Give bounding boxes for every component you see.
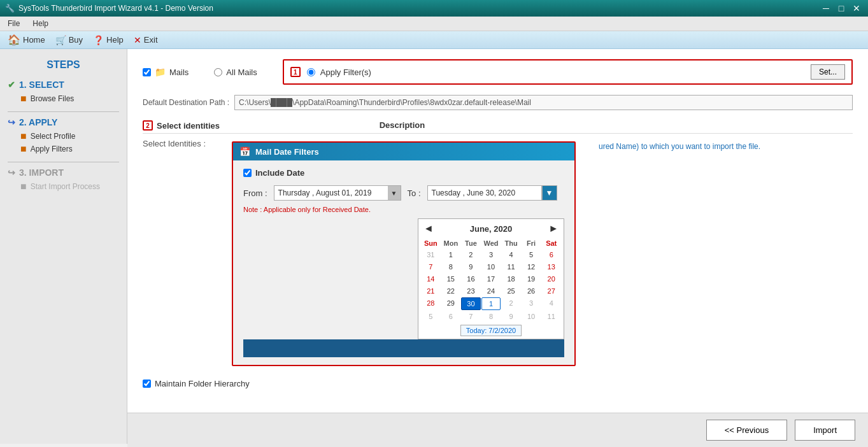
calendar-next-icon[interactable]: ► <box>548 223 559 234</box>
calendar-day[interactable]: 16 <box>461 273 481 285</box>
close-button[interactable]: ✕ <box>850 3 863 14</box>
dialog-title: Mail Date Filters <box>255 147 319 157</box>
calendar-day[interactable]: 1 <box>481 297 501 310</box>
calendar-day[interactable]: 9 <box>501 311 521 322</box>
toolbar-exit[interactable]: ✕ Exit <box>134 35 158 45</box>
calendar-day[interactable]: 11 <box>501 261 521 273</box>
exit-label: Exit <box>144 35 158 45</box>
calendar-day[interactable]: 5 <box>522 249 541 260</box>
to-label: To : <box>408 188 421 198</box>
mails-label: Mails <box>169 67 189 77</box>
from-date-value: Thursday , August 01, 2019 <box>278 188 372 197</box>
bullet-icon: ■ <box>20 94 27 104</box>
calendar-day[interactable]: 1 <box>441 249 461 260</box>
calendar-day[interactable]: 18 <box>501 273 521 285</box>
calendar-day[interactable]: 31 <box>421 249 441 260</box>
calendar-month-label: June, 2020 <box>470 224 513 234</box>
sidebar-item-select-profile[interactable]: ■ Select Profile <box>8 130 119 143</box>
bullet-icon-3: ■ <box>20 144 27 154</box>
path-label: Default Destination Path : <box>143 98 229 107</box>
note-text: Note : Applicable only for Received Date… <box>243 206 564 213</box>
maintain-folder-label: Maintain Folder Hierarchy <box>155 379 250 388</box>
calendar-day[interactable]: 24 <box>481 285 501 297</box>
calendar-day[interactable]: 6 <box>441 311 461 322</box>
calendar-day[interactable]: 27 <box>541 285 561 297</box>
calendar-day[interactable]: 4 <box>501 249 521 260</box>
step3-label: 3. IMPORT <box>19 167 64 178</box>
calendar-day[interactable]: 19 <box>522 273 541 285</box>
minimize-button[interactable]: ─ <box>820 3 832 14</box>
all-mails-radio[interactable] <box>214 68 222 76</box>
mails-checkbox[interactable] <box>143 68 151 76</box>
calendar-day[interactable]: 30 <box>461 297 481 310</box>
maintain-folder-checkbox[interactable] <box>143 380 151 388</box>
calendar-day[interactable]: 20 <box>541 273 561 285</box>
calendar-day[interactable]: 13 <box>541 261 561 273</box>
toolbar-help[interactable]: ❓ Help <box>93 35 124 45</box>
from-label: From : <box>243 188 267 198</box>
sidebar: STEPS ✔ 1. SELECT ■ Browse Files ↪ 2. AP… <box>0 49 127 444</box>
calendar-day[interactable]: 7 <box>461 311 481 322</box>
apply-filters-radio[interactable] <box>307 68 315 76</box>
calendar-day[interactable]: 21 <box>421 285 441 297</box>
calendar-day[interactable]: 14 <box>421 273 441 285</box>
calendar-day[interactable]: 2 <box>501 297 521 310</box>
sidebar-step-1: ✔ 1. SELECT ■ Browse Files <box>8 80 119 105</box>
toolbar-buy[interactable]: 🛒 Buy <box>55 35 83 45</box>
calendar-grid: SunMonTueWedThuFriSat3112345678910111213… <box>421 238 561 322</box>
calendar-day[interactable]: 23 <box>461 285 481 297</box>
calendar-day[interactable]: 8 <box>441 261 461 273</box>
calendar-day[interactable]: 8 <box>481 311 501 322</box>
cal-day-header: Sat <box>541 238 561 248</box>
previous-button[interactable]: << Previous <box>706 420 787 441</box>
calendar-day[interactable]: 22 <box>441 285 461 297</box>
title-bar-text: SysTools Thunderbird Import Wizard v4.1 … <box>18 4 213 13</box>
to-date-dropdown[interactable]: Tuesday , June 30, 2020 <box>427 185 542 201</box>
sidebar-item-apply-filters[interactable]: ■ Apply Filters <box>8 143 119 155</box>
calendar-day[interactable]: 15 <box>441 273 461 285</box>
calendar-day[interactable]: 3 <box>522 297 541 310</box>
bullet-icon-2: ■ <box>20 131 27 141</box>
calendar-day[interactable]: 26 <box>522 285 541 297</box>
calendar-day[interactable]: 29 <box>441 297 461 310</box>
maximize-button[interactable]: □ <box>835 3 848 14</box>
set-button[interactable]: Set... <box>811 64 845 80</box>
import-button[interactable]: Import <box>795 420 855 441</box>
step1-label: 1. SELECT <box>19 80 64 90</box>
dialog-blue-bar <box>243 339 564 357</box>
calendar-day[interactable]: 6 <box>541 249 561 260</box>
calendar-day[interactable]: 3 <box>481 249 501 260</box>
step3-arrow-icon: ↪ <box>8 167 15 178</box>
calendar-day[interactable]: 10 <box>522 311 541 322</box>
calendar-container: ◄ June, 2020 ► SunMonTueWedThuFriSat3112… <box>418 218 564 339</box>
menu-help[interactable]: Help <box>30 18 51 29</box>
calendar-day[interactable]: 4 <box>541 297 561 310</box>
description-col: Description <box>380 120 853 131</box>
calendar-day[interactable]: 12 <box>522 261 541 273</box>
menu-file[interactable]: File <box>5 18 22 29</box>
calendar-day[interactable]: 10 <box>481 261 501 273</box>
calendar-day[interactable]: 2 <box>461 249 481 260</box>
main-container: STEPS ✔ 1. SELECT ■ Browse Files ↪ 2. AP… <box>0 49 868 444</box>
to-calendar-button[interactable]: ▼ <box>542 185 557 201</box>
identities-area: Select Identities : 📅 Mail Date Filters … <box>143 139 853 366</box>
today-button[interactable]: Today: 7/2/2020 <box>460 325 522 336</box>
from-date-dropdown[interactable]: Thursday , August 01, 2019 ▼ <box>274 185 401 201</box>
calendar-day[interactable]: 28 <box>421 297 441 310</box>
step1-check-icon: ✔ <box>8 80 15 90</box>
sidebar-item-browse-files[interactable]: ■ Browse Files <box>8 92 119 105</box>
sidebar-step-2: ↪ 2. APPLY ■ Select Profile ■ Apply Filt… <box>8 117 119 155</box>
sidebar-item-start-import[interactable]: ■ Start Import Process <box>8 180 119 193</box>
toolbar-home[interactable]: 🏠 Home <box>8 34 45 46</box>
include-date-checkbox[interactable] <box>243 169 252 177</box>
title-bar-controls[interactable]: ─ □ ✕ <box>820 3 863 14</box>
calendar-day[interactable]: 5 <box>421 311 441 322</box>
calendar-day[interactable]: 11 <box>541 311 561 322</box>
path-input[interactable] <box>234 95 853 110</box>
calendar-day[interactable]: 25 <box>501 285 521 297</box>
calendar-day[interactable]: 17 <box>481 273 501 285</box>
calendar-day[interactable]: 9 <box>461 261 481 273</box>
calendar-day[interactable]: 7 <box>421 261 441 273</box>
calendar-prev-icon[interactable]: ◄ <box>423 223 434 234</box>
buy-label: Buy <box>69 35 83 45</box>
